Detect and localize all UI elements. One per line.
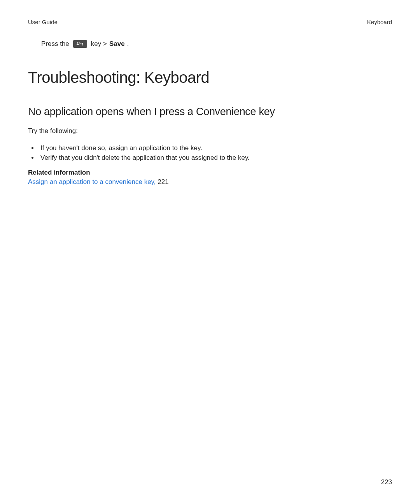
instruction-press-the: Press the [41,40,69,48]
svg-point-6 [82,44,83,46]
header-right: Keyboard [367,19,392,25]
related-page-ref: 221 [156,178,169,186]
related-line: Assign an application to a convenience k… [28,178,392,186]
lead-text: Try the following: [28,127,392,135]
bullet-list: If you haven't done so, assign an applic… [28,144,392,163]
menu-key-icon [73,40,87,48]
svg-point-5 [82,43,83,44]
instruction-key-gt: key > [91,40,107,48]
instruction-line: Press the key > Save. [41,40,392,48]
svg-point-3 [78,44,79,45]
header-left: User Guide [28,19,58,25]
related-link[interactable]: Assign an application to a convenience k… [28,178,156,186]
page-number: 223 [381,478,392,486]
list-item: Verify that you didn't delete the applic… [38,153,392,163]
section-subtitle: No application opens when I press a Conv… [28,106,392,118]
svg-point-1 [79,42,80,44]
related-heading: Related information [28,169,392,177]
svg-point-2 [77,44,78,45]
svg-point-4 [80,43,81,44]
running-header: User Guide Keyboard [28,19,392,25]
page-title: Troubleshooting: Keyboard [28,69,392,86]
svg-point-0 [77,42,78,44]
document-page: User Guide Keyboard Press the key > Save… [0,0,420,504]
list-item: If you haven't done so, assign an applic… [38,144,392,153]
instruction-save: Save [109,40,125,48]
blackberry-logo-icon [76,42,84,46]
instruction-period: . [127,40,129,48]
